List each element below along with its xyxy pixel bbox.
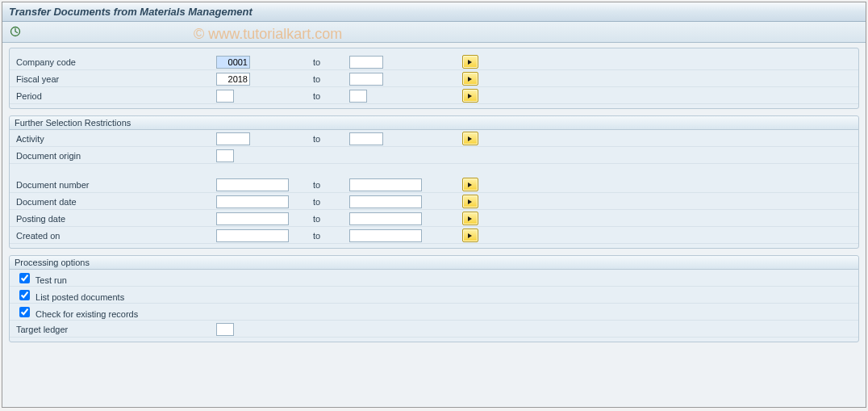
processing-options-title: Processing options	[10, 256, 858, 270]
selection-block-top: Company code to Fiscal year to Period to	[9, 48, 859, 109]
arrow-right-icon	[466, 75, 474, 83]
document-number-to-input[interactable]	[349, 178, 422, 191]
arrow-right-icon	[466, 181, 474, 189]
activity-multiselect-button[interactable]	[462, 132, 478, 145]
created-on-label: Created on	[15, 231, 216, 241]
fiscal-year-to-input[interactable]	[349, 73, 383, 86]
to-label: to	[313, 214, 349, 224]
document-date-multiselect-button[interactable]	[462, 195, 478, 208]
to-label: to	[313, 180, 349, 190]
application-toolbar	[2, 22, 866, 43]
document-origin-label: Document origin	[15, 151, 216, 161]
fiscal-year-label: Fiscal year	[15, 74, 216, 84]
arrow-right-icon	[466, 198, 474, 206]
created-on-multiselect-button[interactable]	[462, 229, 478, 242]
created-on-to-input[interactable]	[349, 229, 422, 242]
company-code-multiselect-button[interactable]	[462, 55, 478, 69]
to-label: to	[313, 91, 349, 101]
check-existing-option[interactable]: Check for existing records	[15, 304, 216, 320]
company-code-from-input[interactable]	[216, 56, 250, 69]
target-ledger-input[interactable]	[216, 323, 234, 336]
document-origin-input[interactable]	[216, 149, 234, 162]
activity-to-input[interactable]	[349, 132, 383, 145]
created-on-from-input[interactable]	[216, 229, 289, 242]
test-run-label: Test run	[35, 275, 67, 285]
document-number-from-input[interactable]	[216, 178, 289, 191]
activity-from-input[interactable]	[216, 132, 250, 145]
to-label: to	[313, 134, 349, 144]
arrow-right-icon	[466, 92, 474, 100]
to-label: to	[313, 74, 349, 84]
target-ledger-label: Target ledger	[15, 325, 216, 334]
test-run-option[interactable]: Test run	[15, 271, 216, 286]
document-number-label: Document number	[15, 180, 216, 190]
document-date-label: Document date	[15, 197, 216, 207]
check-existing-checkbox[interactable]	[19, 307, 30, 317]
list-posted-label: List posted documents	[35, 292, 124, 302]
fiscal-year-from-input[interactable]	[216, 73, 250, 86]
arrow-right-icon	[466, 58, 474, 66]
posting-date-multiselect-button[interactable]	[462, 212, 478, 225]
period-to-input[interactable]	[349, 90, 367, 103]
fiscal-year-multiselect-button[interactable]	[462, 72, 478, 86]
arrow-right-icon	[466, 215, 474, 223]
posting-date-label: Posting date	[15, 214, 216, 224]
further-selection-title: Further Selection Restrictions	[10, 116, 858, 130]
arrow-right-icon	[466, 135, 474, 143]
processing-options-group: Processing options Test run List posted …	[9, 255, 859, 342]
posting-date-to-input[interactable]	[349, 212, 422, 225]
period-multiselect-button[interactable]	[462, 89, 478, 103]
list-posted-checkbox[interactable]	[19, 290, 30, 300]
to-label: to	[313, 231, 349, 241]
document-date-to-input[interactable]	[349, 195, 422, 208]
period-label: Period	[15, 91, 216, 101]
arrow-right-icon	[466, 232, 474, 240]
company-code-label: Company code	[15, 57, 216, 67]
test-run-checkbox[interactable]	[19, 273, 30, 283]
execute-icon	[10, 26, 21, 39]
to-label: to	[313, 197, 349, 207]
document-number-multiselect-button[interactable]	[462, 178, 478, 191]
company-code-to-input[interactable]	[349, 56, 383, 69]
posting-date-from-input[interactable]	[216, 212, 289, 225]
execute-button[interactable]	[7, 24, 23, 40]
to-label: to	[313, 57, 349, 67]
page-title: Transfer Documents from Materials Manage…	[2, 2, 866, 22]
period-from-input[interactable]	[216, 90, 234, 103]
document-date-from-input[interactable]	[216, 195, 289, 208]
further-selection-group: Further Selection Restrictions Activity …	[9, 115, 859, 249]
list-posted-option[interactable]: List posted documents	[15, 287, 216, 303]
activity-label: Activity	[15, 134, 216, 144]
check-existing-label: Check for existing records	[35, 309, 138, 319]
